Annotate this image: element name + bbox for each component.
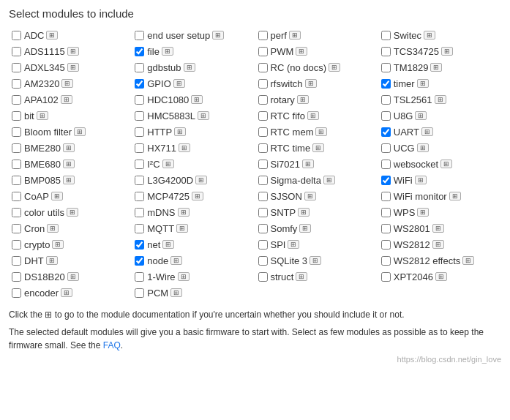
- doc-icon[interactable]: ⊞: [184, 63, 195, 72]
- checkbox-mcp4725[interactable]: [135, 192, 144, 201]
- doc-icon[interactable]: ⊞: [170, 256, 182, 265]
- checkbox-adxl345[interactable]: [12, 63, 21, 72]
- module-label[interactable]: UART⊞: [394, 127, 433, 138]
- module-label[interactable]: UCG⊞: [394, 143, 429, 154]
- checkbox-timer[interactable]: [381, 79, 391, 89]
- checkbox-ads1115[interactable]: [12, 47, 21, 56]
- doc-icon[interactable]: ⊞: [67, 272, 79, 281]
- checkbox-rtc_fifo[interactable]: [258, 111, 268, 121]
- module-label[interactable]: TM1829⊞: [394, 62, 443, 73]
- doc-icon[interactable]: ⊞: [170, 288, 182, 297]
- doc-icon[interactable]: ⊞: [63, 176, 75, 184]
- doc-icon[interactable]: ⊞: [432, 240, 444, 249]
- module-label[interactable]: rotary⊞: [271, 94, 309, 105]
- doc-icon[interactable]: ⊞: [310, 256, 321, 265]
- module-label[interactable]: 1-Wire⊞: [147, 271, 189, 282]
- module-label[interactable]: MQTT⊞: [147, 223, 188, 234]
- doc-icon[interactable]: ⊞: [298, 208, 310, 217]
- doc-icon[interactable]: ⊞: [289, 31, 301, 40]
- doc-icon[interactable]: ⊞: [179, 143, 190, 152]
- module-label[interactable]: BME680⊞: [24, 159, 75, 170]
- module-label[interactable]: I²C⊞: [147, 159, 173, 170]
- doc-icon[interactable]: ⊞: [162, 160, 174, 168]
- checkbox-rfswitch[interactable]: [258, 79, 268, 89]
- module-label[interactable]: Sigma-delta⊞: [271, 175, 335, 186]
- checkbox-am2320[interactable]: [12, 79, 21, 89]
- doc-icon[interactable]: ⊞: [462, 256, 474, 265]
- doc-icon[interactable]: ⊞: [304, 192, 316, 200]
- module-label[interactable]: WiFi monitor⊞: [394, 191, 461, 202]
- checkbox-rotary[interactable]: [258, 95, 268, 105]
- checkbox-end_user_setup[interactable]: [135, 31, 144, 40]
- doc-icon[interactable]: ⊞: [37, 111, 48, 120]
- doc-icon[interactable]: ⊞: [323, 176, 335, 184]
- module-label[interactable]: HTTP⊞: [147, 127, 186, 138]
- checkbox-wifi_monitor[interactable]: [381, 192, 391, 201]
- module-label[interactable]: file⊞: [147, 46, 173, 57]
- doc-icon[interactable]: ⊞: [302, 160, 314, 168]
- checkbox-hdc1080[interactable]: [135, 95, 144, 105]
- checkbox-adc[interactable]: [12, 31, 21, 40]
- doc-icon[interactable]: ⊞: [440, 160, 452, 168]
- checkbox-coap[interactable]: [12, 192, 21, 201]
- checkbox-bmp085[interactable]: [12, 176, 21, 185]
- doc-icon[interactable]: ⊞: [435, 95, 446, 104]
- module-label[interactable]: BME280⊞: [24, 143, 75, 154]
- module-label[interactable]: mDNS⊞: [147, 207, 189, 218]
- doc-icon[interactable]: ⊞: [162, 240, 174, 249]
- module-label[interactable]: PWM⊞: [271, 46, 308, 57]
- doc-icon[interactable]: ⊞: [61, 95, 72, 104]
- module-label[interactable]: PCM⊞: [147, 288, 182, 299]
- module-label[interactable]: GPIO⊞: [147, 78, 185, 89]
- module-label[interactable]: SNTP⊞: [271, 207, 310, 218]
- module-label[interactable]: TSL2561⊞: [394, 94, 446, 105]
- doc-icon[interactable]: ⊞: [305, 79, 317, 88]
- checkbox-sigma-delta[interactable]: [258, 176, 268, 185]
- doc-icon[interactable]: ⊞: [178, 272, 190, 281]
- checkbox-dht[interactable]: [12, 256, 21, 266]
- doc-icon[interactable]: ⊞: [195, 176, 207, 184]
- checkbox-tm1829[interactable]: [381, 63, 391, 72]
- doc-icon[interactable]: ⊞: [47, 224, 59, 233]
- checkbox-spi[interactable]: [258, 240, 268, 250]
- checkbox-sjson[interactable]: [258, 192, 268, 201]
- module-label[interactable]: crypto⊞: [24, 239, 64, 250]
- module-label[interactable]: WS2812⊞: [394, 239, 444, 250]
- module-label[interactable]: DS18B20⊞: [24, 271, 79, 282]
- doc-icon[interactable]: ⊞: [174, 127, 186, 136]
- checkbox-ws2812[interactable]: [381, 240, 391, 250]
- doc-icon[interactable]: ⊞: [67, 63, 79, 72]
- module-label[interactable]: bit⊞: [24, 110, 48, 121]
- doc-icon[interactable]: ⊞: [296, 272, 307, 281]
- doc-icon[interactable]: ⊞: [198, 111, 209, 120]
- checkbox-tsl2561[interactable]: [381, 95, 391, 105]
- module-label[interactable]: timer⊞: [394, 78, 429, 89]
- doc-icon[interactable]: ⊞: [288, 240, 299, 249]
- module-label[interactable]: MCP4725⊞: [147, 191, 203, 202]
- checkbox-ws2812_effects[interactable]: [381, 256, 391, 266]
- doc-icon[interactable]: ⊞: [74, 127, 86, 136]
- module-label[interactable]: Si7021⊞: [271, 159, 314, 170]
- doc-icon[interactable]: ⊞: [315, 127, 327, 136]
- module-label[interactable]: TCS34725⊞: [394, 46, 453, 57]
- checkbox-sqlite_3[interactable]: [258, 256, 268, 266]
- module-label[interactable]: BMP085⊞: [24, 175, 75, 186]
- checkbox-switec[interactable]: [381, 31, 391, 40]
- checkbox-tcs34725[interactable]: [381, 47, 391, 56]
- doc-icon[interactable]: ⊞: [421, 127, 433, 136]
- checkbox-crypto[interactable]: [12, 240, 21, 250]
- checkbox-mdns[interactable]: [135, 208, 144, 217]
- checkbox-rtc_time[interactable]: [258, 143, 268, 153]
- checkbox-gpio[interactable]: [135, 79, 144, 89]
- doc-icon[interactable]: ⊞: [63, 143, 75, 152]
- module-label[interactable]: websocket⊞: [394, 159, 452, 170]
- doc-icon[interactable]: ⊞: [52, 240, 64, 249]
- module-label[interactable]: ADS1115⊞: [24, 46, 79, 57]
- doc-icon[interactable]: ⊞: [67, 208, 78, 217]
- checkbox-wps[interactable]: [381, 208, 391, 217]
- doc-icon[interactable]: ⊞: [417, 143, 429, 152]
- module-label[interactable]: encoder⊞: [24, 288, 72, 299]
- doc-icon[interactable]: ⊞: [176, 224, 188, 233]
- module-label[interactable]: perf⊞: [271, 30, 301, 41]
- checkbox-mqtt[interactable]: [135, 224, 144, 233]
